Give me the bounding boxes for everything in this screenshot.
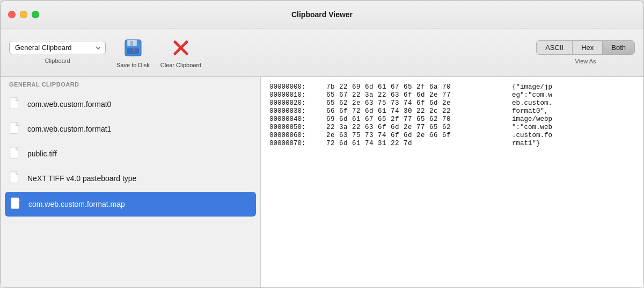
hex-bytes: 66 6f 72 6d 61 74 30 22 2c 22 xyxy=(326,107,503,115)
hex-ascii: .custom.fo xyxy=(512,132,552,139)
hex-ascii: rmat1"} xyxy=(512,140,540,147)
hex-row: 00000020:65 62 2e 63 75 73 74 6f 6d 2eeb… xyxy=(269,99,635,107)
sidebar: General Clipboard com.web.custom.format0… xyxy=(1,77,261,287)
clear-clipboard-button[interactable]: Clear Clipboard xyxy=(160,37,201,68)
hex-row: 00000030:66 6f 72 6d 61 74 30 22 2c 22fo… xyxy=(269,107,635,115)
file-icon xyxy=(9,122,21,136)
sidebar-item-format0[interactable]: com.web.custom.format0 xyxy=(1,92,260,117)
sidebar-item-tiff-label: public.tiff xyxy=(27,149,57,158)
window-title: Clipboard Viewer xyxy=(291,10,353,19)
hex-row: 00000010:65 67 22 3a 22 63 6f 6d 2e 77eg… xyxy=(269,91,635,99)
close-button[interactable] xyxy=(8,11,16,18)
view-as-both-button[interactable]: Both xyxy=(603,41,634,54)
hex-bytes: 22 3a 22 63 6f 6d 2e 77 65 62 xyxy=(326,124,503,131)
hex-ascii: image/webp xyxy=(512,116,552,123)
clear-clipboard-label: Clear Clipboard xyxy=(160,62,201,68)
sidebar-section-header: General Clipboard xyxy=(1,77,260,92)
hex-bytes: 72 6d 61 74 31 22 7d xyxy=(326,140,503,147)
clipboard-select[interactable]: General Clipboard xyxy=(9,41,106,54)
file-icon xyxy=(9,97,21,111)
maximize-button[interactable] xyxy=(32,11,39,18)
view-as-label: View As xyxy=(575,58,596,64)
toolbar: General Clipboard Clipboard xyxy=(1,28,643,77)
hex-row: 00000070:72 6d 61 74 31 22 7drmat1"} xyxy=(269,140,635,147)
hex-bytes: 69 6d 61 67 65 2f 77 65 62 70 xyxy=(326,116,503,123)
sidebar-item-next[interactable]: NeXT TIFF v4.0 pasteboard type xyxy=(1,166,260,191)
hex-ascii: format0", xyxy=(512,107,548,115)
hex-row: 00000000:7b 22 69 6d 61 67 65 2f 6a 70{"… xyxy=(269,83,635,91)
sidebar-item-next-label: NeXT TIFF v4.0 pasteboard type xyxy=(27,174,136,183)
hex-ascii: eb.custom. xyxy=(512,99,552,107)
hex-address: 00000050: xyxy=(269,124,318,131)
sidebar-item-format0-label: com.web.custom.format0 xyxy=(27,100,111,109)
clear-icon xyxy=(170,37,192,59)
traffic-lights xyxy=(8,11,39,18)
view-as-buttons: ASCII Hex Both xyxy=(536,40,635,55)
clipboard-label: Clipboard xyxy=(45,57,70,64)
sidebar-item-map-label: com.web.custom.format.map xyxy=(28,200,125,208)
save-to-disk-button[interactable]: Save to Disk xyxy=(116,37,150,68)
file-icon-active xyxy=(10,197,22,211)
hex-address: 00000030: xyxy=(269,107,318,115)
save-icon xyxy=(122,37,144,59)
minimize-button[interactable] xyxy=(20,11,27,18)
hex-ascii: eg":"com.w xyxy=(512,91,552,99)
hex-bytes: 65 62 2e 63 75 73 74 6f 6d 2e xyxy=(326,99,503,107)
sidebar-item-map[interactable]: com.web.custom.format.map xyxy=(5,192,256,217)
hex-view[interactable]: 00000000:7b 22 69 6d 61 67 65 2f 6a 70{"… xyxy=(261,77,643,287)
hex-address: 00000010: xyxy=(269,91,318,99)
view-as-ascii-button[interactable]: ASCII xyxy=(537,41,573,54)
view-as-hex-button[interactable]: Hex xyxy=(573,41,603,54)
hex-bytes: 65 67 22 3a 22 63 6f 6d 2e 77 xyxy=(326,91,503,99)
save-to-disk-label: Save to Disk xyxy=(116,62,150,68)
sidebar-item-format1-label: com.web.custom.format1 xyxy=(27,125,111,133)
hex-row: 00000040:69 6d 61 67 65 2f 77 65 62 70im… xyxy=(269,116,635,123)
main-content: General Clipboard com.web.custom.format0… xyxy=(1,77,643,287)
main-window: Clipboard Viewer General Clipboard Clipb… xyxy=(0,0,644,288)
hex-ascii: ":"com.web xyxy=(512,124,552,131)
hex-bytes: 2e 63 75 73 74 6f 6d 2e 66 6f xyxy=(326,132,503,139)
titlebar: Clipboard Viewer xyxy=(1,1,643,28)
hex-row: 00000050:22 3a 22 63 6f 6d 2e 77 65 62":… xyxy=(269,124,635,131)
hex-address: 00000070: xyxy=(269,140,318,147)
sidebar-item-format1[interactable]: com.web.custom.format1 xyxy=(1,117,260,141)
hex-bytes: 7b 22 69 6d 61 67 65 2f 6a 70 xyxy=(326,83,503,91)
hex-address: 00000020: xyxy=(269,99,318,107)
hex-ascii: {"image/jp xyxy=(512,83,552,91)
view-as-section: ASCII Hex Both View As xyxy=(536,40,635,64)
hex-address: 00000060: xyxy=(269,132,318,139)
hex-row: 00000060:2e 63 75 73 74 6f 6d 2e 66 6f.c… xyxy=(269,132,635,139)
svg-rect-2 xyxy=(130,41,133,46)
file-icon xyxy=(9,171,21,185)
clipboard-selector-group: General Clipboard Clipboard xyxy=(9,41,106,64)
hex-address: 00000040: xyxy=(269,116,318,123)
sidebar-item-tiff[interactable]: public.tiff xyxy=(1,141,260,166)
file-icon xyxy=(9,147,21,161)
hex-address: 00000000: xyxy=(269,83,318,91)
